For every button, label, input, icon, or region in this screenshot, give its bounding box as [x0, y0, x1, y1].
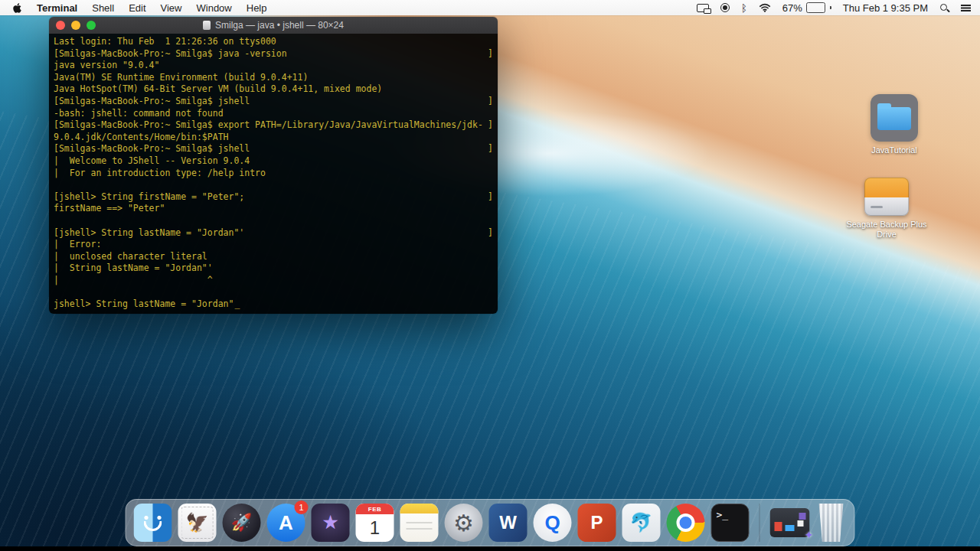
calendar-icon: FEB1: [356, 504, 394, 542]
dock-item-quicktime[interactable]: Q: [534, 504, 572, 542]
dock-item-launchpad[interactable]: 🚀: [223, 504, 261, 542]
close-button[interactable]: [56, 21, 65, 30]
dock-item-mail[interactable]: 🦅: [178, 504, 217, 542]
battery-indicator[interactable]: 67%: [782, 2, 831, 14]
dock-item-calendar[interactable]: FEB1: [356, 504, 394, 542]
folder-icon: [871, 94, 918, 142]
window-controls: [56, 21, 96, 30]
trash-icon: [816, 504, 847, 542]
desktop-icon-label: Seagate Backup Plus Drive: [844, 220, 929, 240]
word-icon: W: [489, 504, 528, 542]
dock-item-chrome[interactable]: [667, 504, 705, 542]
menu-bar: Terminal ShellEditViewWindowHelp ᛒ 67% T…: [0, 0, 980, 15]
apple-menu[interactable]: [12, 2, 22, 14]
calendar-day-label: 1: [356, 514, 394, 542]
zoom-button[interactable]: [87, 21, 96, 30]
dock-item-mysql[interactable]: 🐬: [622, 504, 661, 542]
text-cursor: _: [234, 298, 240, 311]
minimize-button[interactable]: [71, 21, 80, 30]
menu-item-view[interactable]: View: [161, 2, 182, 14]
dock-separator: [760, 504, 760, 542]
desktop-icon-seagate-drive[interactable]: Seagate Backup Plus Drive: [842, 178, 931, 240]
terminal-line: | String lastName = "Jordan"': [54, 262, 493, 275]
launchpad-icon: 🚀: [223, 504, 261, 542]
dock-item-terminal-app[interactable]: >_: [711, 504, 750, 542]
terminal-line: | unclosed character literal: [54, 251, 493, 263]
menu-item-shell[interactable]: Shell: [92, 2, 114, 14]
quicktime-icon: Q: [534, 504, 572, 542]
terminal-line: 9.0.4.jdk/Contents/Home/bin:$PATH: [54, 132, 493, 144]
mysql-icon: 🐬: [622, 504, 661, 542]
terminal-line: Java(TM) SE Runtime Environment (build 9…: [54, 72, 493, 84]
terminal-line: [54, 286, 493, 298]
menu-bar-items: ShellEditViewWindowHelp: [92, 2, 266, 14]
dock-item-trash[interactable]: [816, 504, 847, 542]
battery-percentage: 67%: [782, 2, 802, 14]
terminal-titlebar[interactable]: Smilga — java • jshell — 80×24: [49, 17, 498, 34]
terminal-line: [54, 179, 493, 191]
terminal-title-wrap: Smilga — java • jshell — 80×24: [203, 20, 344, 31]
terminal-line: [Smilgas-MacBook-Pro:~ Smilga$ jshell]: [54, 96, 493, 108]
dock-item-word[interactable]: W: [489, 504, 528, 542]
wifi-icon[interactable]: [759, 3, 771, 12]
desktop-icon-label: JavaTutorial: [871, 145, 917, 155]
terminal-body[interactable]: Last login: Thu Feb 1 21:26:36 on ttys00…: [49, 34, 498, 314]
drive-icon: [864, 178, 909, 216]
dock-item-powerpoint[interactable]: P: [578, 504, 616, 542]
appstore-icon: A1: [267, 504, 305, 542]
screen-recording-icon[interactable]: [720, 3, 730, 12]
apple-icon: [12, 2, 22, 14]
menu-bar-clock[interactable]: Thu Feb 1 9:35 PM: [843, 2, 928, 14]
display-mirroring-icon[interactable]: [697, 4, 709, 12]
terminal-line: [Smilgas-MacBook-Pro:~ Smilga$ jshell]: [54, 143, 493, 155]
wrap-mark: ]: [488, 119, 493, 132]
mail-icon: 🦅: [178, 504, 217, 542]
finder-icon: [134, 504, 172, 542]
terminal-line: [54, 215, 493, 227]
dock: 🦅🚀A1★FEB1⚙WQP🐬>_✦: [126, 499, 855, 546]
battery-nub: [830, 6, 831, 9]
wrap-mark: ]: [488, 48, 493, 60]
dock-item-notes[interactable]: [400, 504, 439, 542]
letterbox-bar: [0, 546, 980, 551]
dock-item-appstore[interactable]: A1: [267, 504, 305, 542]
desktop-wallpaper: JavaTutorialSeagate Backup Plus Drive Sm…: [0, 15, 980, 546]
system-preferences-icon: ⚙: [445, 504, 483, 542]
terminal-line: | Error:: [54, 239, 493, 251]
menu-item-edit[interactable]: Edit: [129, 2, 145, 14]
dock-item-imovie[interactable]: ★: [312, 504, 350, 542]
wrap-mark: ]: [488, 96, 493, 108]
terminal-line: [jshell> String lastName = "Jordan"']: [54, 227, 493, 240]
chrome-icon: [667, 504, 705, 542]
bluetooth-icon[interactable]: ᛒ: [741, 3, 747, 13]
terminal-line: firstName ==> "Peter": [54, 203, 493, 215]
terminal-line: Java HotSpot(TM) 64-Bit Server VM (build…: [54, 83, 493, 96]
terminal-document-icon: [203, 21, 211, 30]
terminal-line: java version "9.0.4": [54, 60, 493, 72]
terminal-window-title: Smilga — java • jshell — 80×24: [215, 20, 344, 31]
wrap-mark: ]: [488, 191, 493, 204]
terminal-line: jshell> String lastName = "Jordan"_: [54, 298, 493, 311]
powerpoint-icon: P: [578, 504, 616, 542]
dock-item-finder[interactable]: [134, 504, 172, 542]
notification-badge: 1: [295, 500, 309, 514]
terminal-window[interactable]: Smilga — java • jshell — 80×24 Last logi…: [49, 17, 498, 314]
dock-item-system-preferences[interactable]: ⚙: [445, 504, 483, 542]
minimized-window-icon: ✦: [770, 508, 810, 537]
minimized-app-badge: ✦: [805, 529, 814, 541]
terminal-line: Last login: Thu Feb 1 21:26:36 on ttys00…: [54, 36, 493, 48]
terminal-line: | ^: [54, 275, 493, 287]
menu-bar-status: ᛒ 67% Thu Feb 1 9:35 PM: [697, 2, 980, 14]
desktop-icon-javatutorial-folder[interactable]: JavaTutorial: [850, 94, 939, 155]
notes-icon: [400, 504, 439, 542]
calendar-month-label: FEB: [356, 504, 394, 514]
menu-item-window[interactable]: Window: [197, 2, 232, 14]
menu-app-name[interactable]: Terminal: [37, 2, 77, 14]
menu-item-help[interactable]: Help: [247, 2, 267, 14]
notification-center-icon[interactable]: [961, 4, 971, 11]
terminal-line: -bash: jshell: command not found: [54, 108, 493, 120]
dock-item-minimized-window[interactable]: ✦: [770, 508, 810, 537]
imovie-icon: ★: [312, 504, 350, 542]
terminal-app-icon: >_: [711, 504, 750, 542]
spotlight-icon[interactable]: [939, 3, 949, 13]
